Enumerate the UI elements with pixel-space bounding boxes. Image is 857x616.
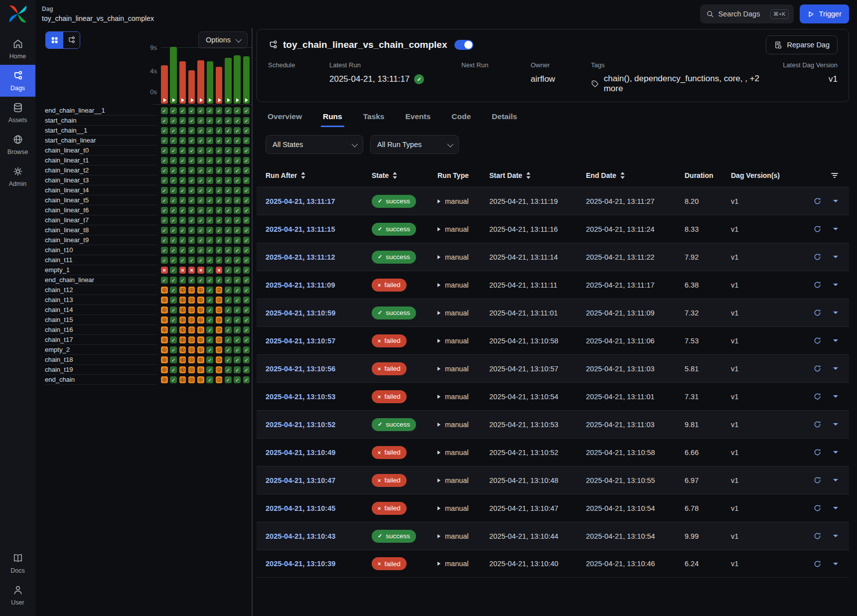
sidebar-item-home[interactable]: Home [0,33,35,65]
column-header-state[interactable]: State [372,171,437,179]
task-instance-success-icon[interactable]: ✓ [206,187,213,194]
task-label[interactable]: start_chain_linear [45,136,157,146]
run-bar[interactable] [216,67,223,104]
run-bar[interactable] [234,55,241,104]
task-instance-success-icon[interactable]: ✓ [243,277,250,284]
task-instance-success-icon[interactable]: ✓ [170,117,177,124]
task-instance-upstream_failed-icon[interactable] [188,297,195,304]
task-instance-success-icon[interactable]: ✓ [170,217,177,224]
task-instance-success-icon[interactable]: ✓ [161,237,168,244]
task-instance-upstream_failed-icon[interactable] [197,326,204,333]
task-instance-success-icon[interactable]: ✓ [170,326,177,333]
task-instance-upstream_failed-icon[interactable] [197,336,204,343]
task-instance-success-icon[interactable]: ✓ [197,207,204,214]
task-instance-success-icon[interactable]: ✓ [243,137,250,144]
task-instance-success-icon[interactable]: ✓ [243,326,250,333]
task-instance-success-icon[interactable]: ✓ [243,167,250,174]
task-instance-success-icon[interactable]: ✓ [234,147,241,154]
task-label[interactable]: chain_t14 [45,305,157,315]
task-instance-success-icon[interactable]: ✓ [161,147,168,154]
refresh-icon[interactable] [814,197,821,205]
task-instance-success-icon[interactable]: ✓ [243,366,250,373]
task-instance-upstream_failed-icon[interactable] [179,297,186,304]
task-instance-success-icon[interactable]: ✓ [225,127,232,134]
task-instance-success-icon[interactable]: ✓ [179,117,186,124]
task-instance-success-icon[interactable]: ✓ [234,137,241,144]
task-instance-success-icon[interactable]: ✓ [170,257,177,264]
task-instance-failed-icon[interactable]: × [188,267,195,274]
task-label[interactable]: empty_1 [45,265,157,275]
search-dags-input[interactable]: Search Dags ⌘+K [700,4,794,23]
run-bar[interactable] [188,70,195,104]
task-instance-success-icon[interactable]: ✓ [225,187,232,194]
task-instance-upstream_failed-icon[interactable] [216,307,223,313]
task-instance-success-icon[interactable]: ✓ [188,237,195,244]
task-instance-success-icon[interactable]: ✓ [188,207,195,214]
task-instance-success-icon[interactable]: ✓ [197,127,204,134]
task-instance-success-icon[interactable]: ✓ [243,187,250,194]
task-instance-success-icon[interactable]: ✓ [243,257,250,264]
task-instance-success-icon[interactable]: ✓ [206,237,213,244]
task-label[interactable]: chain_t12 [45,285,157,295]
task-instance-success-icon[interactable]: ✓ [170,336,177,343]
refresh-icon[interactable] [814,476,821,484]
task-instance-success-icon[interactable]: ✓ [188,127,195,134]
task-instance-success-icon[interactable]: ✓ [161,157,168,164]
task-instance-success-icon[interactable]: ✓ [206,167,213,174]
task-instance-success-icon[interactable]: ✓ [225,356,232,363]
task-instance-success-icon[interactable]: ✓ [206,297,213,304]
task-instance-success-icon[interactable]: ✓ [161,117,168,124]
run-after-link[interactable]: 2025-04-21, 13:10:49 [266,449,372,457]
task-instance-success-icon[interactable]: ✓ [179,157,186,164]
task-instance-success-icon[interactable]: ✓ [179,227,186,234]
task-instance-success-icon[interactable]: ✓ [206,366,213,373]
task-instance-upstream_failed-icon[interactable] [161,366,168,373]
task-instance-success-icon[interactable]: ✓ [179,127,186,134]
task-instance-upstream_failed-icon[interactable] [188,356,195,363]
task-instance-success-icon[interactable]: ✓ [243,117,250,124]
task-instance-upstream_failed-icon[interactable] [179,326,186,333]
task-instance-success-icon[interactable]: ✓ [197,277,204,284]
task-instance-upstream_failed-icon[interactable] [188,316,195,323]
task-instance-success-icon[interactable]: ✓ [216,277,223,284]
task-instance-upstream_failed-icon[interactable] [188,346,195,353]
task-instance-upstream_failed-icon[interactable] [179,287,186,294]
task-instance-success-icon[interactable]: ✓ [188,217,195,224]
task-instance-success-icon[interactable]: ✓ [216,217,223,224]
task-instance-success-icon[interactable]: ✓ [170,137,177,144]
task-instance-upstream_failed-icon[interactable] [179,376,186,383]
task-instance-success-icon[interactable]: ✓ [206,267,213,274]
task-instance-upstream_failed-icon[interactable] [188,326,195,333]
task-instance-success-icon[interactable]: ✓ [234,346,241,353]
refresh-icon[interactable] [814,309,821,316]
task-instance-success-icon[interactable]: ✓ [216,197,223,204]
task-instance-success-icon[interactable]: ✓ [243,297,250,304]
task-instance-success-icon[interactable]: ✓ [243,227,250,234]
row-menu-caret-icon[interactable] [833,507,838,509]
task-instance-success-icon[interactable]: ✓ [225,147,232,154]
task-instance-upstream_failed-icon[interactable] [216,336,223,343]
task-instance-success-icon[interactable]: ✓ [170,307,177,313]
run-after-link[interactable]: 2025-04-21, 13:10:52 [266,421,372,429]
task-instance-success-icon[interactable]: ✓ [225,157,232,164]
run-bar[interactable] [207,61,214,104]
task-instance-success-icon[interactable]: ✓ [188,197,195,204]
column-header-start-date[interactable]: Start Date [489,171,586,179]
task-instance-success-icon[interactable]: ✓ [216,257,223,264]
task-instance-success-icon[interactable]: ✓ [161,277,168,284]
task-instance-success-icon[interactable]: ✓ [216,147,223,154]
reparse-dag-button[interactable]: Reparse Dag [766,35,838,54]
task-instance-success-icon[interactable]: ✓ [197,217,204,224]
task-instance-success-icon[interactable]: ✓ [243,107,250,114]
task-instance-success-icon[interactable]: ✓ [234,376,241,383]
task-instance-success-icon[interactable]: ✓ [243,127,250,134]
task-instance-success-icon[interactable]: ✓ [188,167,195,174]
task-instance-success-icon[interactable]: ✓ [179,277,186,284]
task-instance-upstream_failed-icon[interactable] [216,297,223,304]
task-instance-success-icon[interactable]: ✓ [197,147,204,154]
task-instance-success-icon[interactable]: ✓ [197,197,204,204]
run-after-link[interactable]: 2025-04-21, 13:10:56 [266,365,372,373]
task-instance-success-icon[interactable]: ✓ [197,187,204,194]
task-instance-success-icon[interactable]: ✓ [206,197,213,204]
task-instance-success-icon[interactable]: ✓ [234,227,241,234]
